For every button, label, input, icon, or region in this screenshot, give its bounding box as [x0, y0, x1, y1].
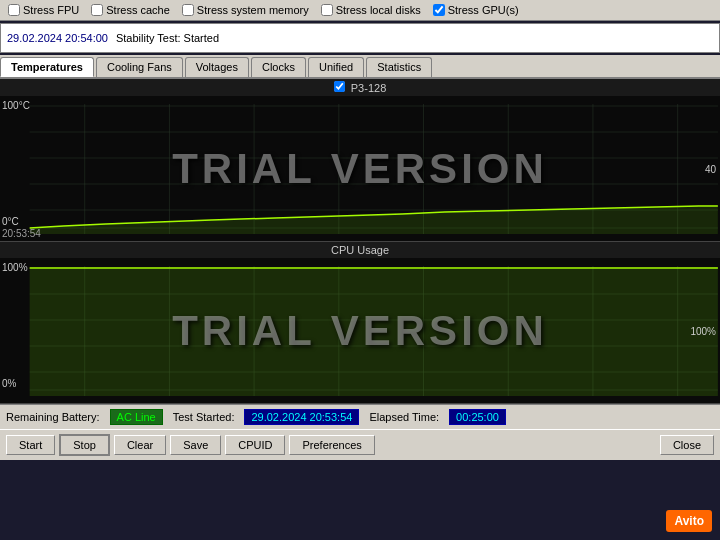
- temp-chart-title: P3-128: [0, 79, 720, 96]
- temp-chart-label: P3-128: [351, 82, 386, 94]
- cpu-chart-title: CPU Usage: [0, 242, 720, 258]
- tab-unified[interactable]: Unified: [308, 57, 364, 77]
- tab-bar: Temperatures Cooling Fans Voltages Clock…: [0, 55, 720, 79]
- temp-current-value: 40: [705, 163, 716, 174]
- cpu-chart-wrapper: CPU Usage: [0, 242, 720, 404]
- stress-memory-item[interactable]: Stress system memory: [182, 4, 309, 16]
- log-message: Stability Test: Started: [116, 32, 219, 44]
- save-button[interactable]: Save: [170, 435, 221, 455]
- stress-gpu-item[interactable]: Stress GPU(s): [433, 4, 519, 16]
- log-timestamp: 29.02.2024 20:54:00: [7, 32, 108, 44]
- stress-memory-label: Stress system memory: [197, 4, 309, 16]
- ac-line-badge: AC Line: [110, 409, 163, 425]
- close-button[interactable]: Close: [660, 435, 714, 455]
- cpu-chart-body: 100% 0% 100% TRIAL VERSION: [0, 258, 720, 403]
- avito-badge: Avito: [666, 510, 712, 532]
- cpu-y-min: 0%: [2, 378, 16, 389]
- test-started-label: Test Started:: [173, 411, 235, 423]
- temp-chart-body: 100°C 0°C 20:53:54 40 TRIAL VERSION: [0, 96, 720, 241]
- stress-disks-checkbox[interactable]: [321, 4, 333, 16]
- cpu-current-value: 100%: [690, 325, 716, 336]
- battery-label: Remaining Battery:: [6, 411, 100, 423]
- stress-fpu-item[interactable]: Stress FPU: [8, 4, 79, 16]
- stress-cache-checkbox[interactable]: [91, 4, 103, 16]
- clear-button[interactable]: Clear: [114, 435, 166, 455]
- temp-chart-grid: [0, 96, 720, 241]
- stress-memory-checkbox[interactable]: [182, 4, 194, 16]
- log-area: 29.02.2024 20:54:00 Stability Test: Star…: [0, 23, 720, 53]
- start-button[interactable]: Start: [6, 435, 55, 455]
- temp-y-min: 0°C: [2, 216, 19, 227]
- status-bar: Remaining Battery: AC Line Test Started:…: [0, 404, 720, 429]
- elapsed-value: 00:25:00: [449, 409, 506, 425]
- preferences-button[interactable]: Preferences: [289, 435, 374, 455]
- stress-options-row: Stress FPU Stress cache Stress system me…: [8, 4, 712, 16]
- charts-section: P3-128: [0, 79, 720, 404]
- temp-chart-wrapper: P3-128: [0, 79, 720, 242]
- stress-fpu-label: Stress FPU: [23, 4, 79, 16]
- stress-cache-item[interactable]: Stress cache: [91, 4, 170, 16]
- svg-marker-31: [30, 268, 718, 396]
- stress-gpu-checkbox[interactable]: [433, 4, 445, 16]
- tab-clocks[interactable]: Clocks: [251, 57, 306, 77]
- temp-y-max: 100°C: [2, 100, 30, 111]
- elapsed-label: Elapsed Time:: [369, 411, 439, 423]
- tab-temperatures[interactable]: Temperatures: [0, 57, 94, 77]
- temp-time-label: 20:53:54: [2, 228, 41, 239]
- temp-chart-checkbox[interactable]: [334, 81, 345, 92]
- cpu-chart-grid: [0, 258, 720, 403]
- cpu-chart-label: CPU Usage: [331, 244, 389, 256]
- stress-disks-label: Stress local disks: [336, 4, 421, 16]
- cpu-y-max: 100%: [2, 262, 28, 273]
- cpuid-button[interactable]: CPUID: [225, 435, 285, 455]
- tab-statistics[interactable]: Statistics: [366, 57, 432, 77]
- stress-gpu-label: Stress GPU(s): [448, 4, 519, 16]
- tab-voltages[interactable]: Voltages: [185, 57, 249, 77]
- stress-panel: Stress FPU Stress cache Stress system me…: [0, 0, 720, 21]
- stress-cache-label: Stress cache: [106, 4, 170, 16]
- stress-disks-item[interactable]: Stress local disks: [321, 4, 421, 16]
- tab-cooling-fans[interactable]: Cooling Fans: [96, 57, 183, 77]
- stress-fpu-checkbox[interactable]: [8, 4, 20, 16]
- stop-button[interactable]: Stop: [59, 434, 110, 456]
- test-started-value: 29.02.2024 20:53:54: [244, 409, 359, 425]
- action-bar: Start Stop Clear Save CPUID Preferences …: [0, 429, 720, 460]
